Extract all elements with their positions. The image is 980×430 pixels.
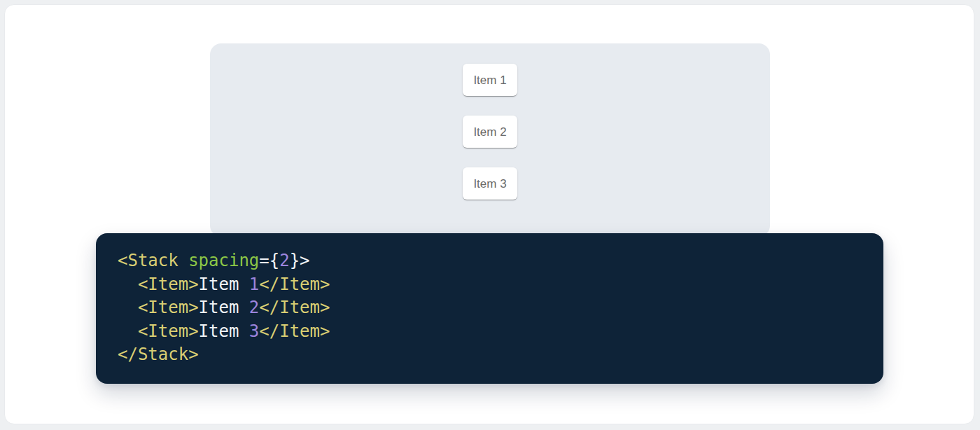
code-token-tag: <Item>	[138, 275, 199, 294]
code-token-plain	[178, 251, 188, 270]
code-token-tag: <Stack	[118, 251, 178, 270]
code-token-plain: Item	[199, 298, 249, 317]
code-token-plain	[118, 275, 138, 294]
stack-item: Item 1	[463, 64, 517, 96]
code-block: <Stack spacing={2}> <Item>Item 1</Item> …	[96, 233, 883, 384]
page-canvas: Item 1Item 2Item 3 <Stack spacing={2}> <…	[0, 0, 980, 430]
stack-item: Item 3	[463, 167, 517, 200]
code-token-number: 2	[249, 298, 259, 317]
code-token-plain	[118, 298, 138, 317]
code-token-tag: </Item>	[259, 275, 330, 294]
code-token-plain	[118, 321, 138, 341]
stack-demo: Item 1Item 2Item 3	[210, 43, 770, 200]
code-token-plain: }>	[290, 251, 310, 270]
code-token-plain: Item	[199, 275, 249, 294]
code-token-number: 3	[249, 321, 259, 341]
code-token-tag: </Stack>	[118, 345, 199, 364]
code-token-number: 2	[279, 251, 289, 270]
code-line: <Stack spacing={2}>	[118, 249, 862, 273]
code-token-tag: </Item>	[259, 321, 330, 341]
stack-item: Item 2	[463, 116, 517, 148]
code-token-tag: </Item>	[259, 298, 330, 317]
code-line: <Item>Item 1</Item>	[118, 273, 862, 297]
code-line: </Stack>	[118, 343, 862, 367]
code-line: <Item>Item 3</Item>	[118, 320, 862, 344]
code-token-plain: Item	[199, 321, 249, 341]
code-snippet: <Stack spacing={2}> <Item>Item 1</Item> …	[96, 233, 883, 383]
code-token-tag: <Item>	[138, 321, 199, 341]
code-line: <Item>Item 2</Item>	[118, 296, 862, 320]
demo-panel: Item 1Item 2Item 3	[210, 43, 770, 237]
code-token-plain: ={	[259, 251, 279, 270]
code-token-number: 1	[249, 275, 259, 294]
code-token-attribute: spacing	[188, 251, 259, 270]
code-token-tag: <Item>	[138, 298, 199, 317]
